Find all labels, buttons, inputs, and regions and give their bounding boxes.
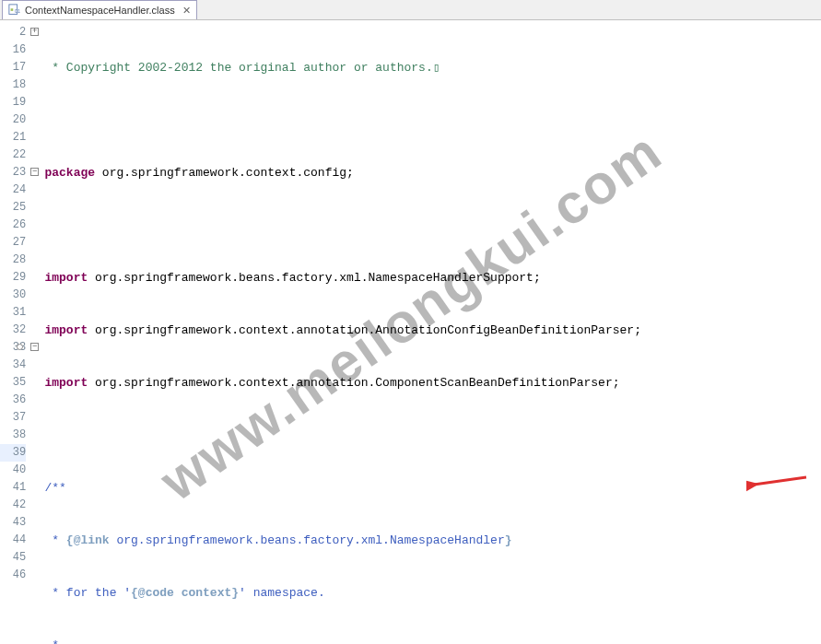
code-line: import org.springframework.beans.factory…	[44, 269, 821, 287]
line-number: 35	[0, 374, 26, 392]
line-number: 45	[0, 549, 26, 567]
code-line: /**	[44, 479, 821, 497]
line-number: 34	[0, 357, 26, 374]
close-icon[interactable]: ✕	[182, 5, 191, 17]
line-number: 27	[0, 234, 26, 252]
line-number: 26	[0, 217, 26, 234]
fold-collapse-icon[interactable]: −	[30, 343, 39, 351]
line-number: 23	[0, 164, 26, 181]
line-number: 18	[0, 76, 26, 94]
line-number: 30	[0, 287, 26, 304]
code-line	[44, 217, 821, 234]
line-number: 41	[0, 479, 26, 497]
code-line: package org.springframework.context.conf…	[44, 164, 821, 181]
line-number: 24	[0, 181, 26, 199]
line-number: 42	[0, 497, 26, 514]
line-number: 39	[0, 444, 26, 462]
line-number: 43	[0, 514, 26, 532]
line-number: 40	[0, 462, 26, 479]
code-line: * for the '{@code context}' namespace.	[44, 584, 821, 602]
line-number: 31	[0, 304, 26, 322]
code-line: import org.springframework.context.annot…	[44, 374, 821, 392]
code-line	[44, 111, 821, 129]
code-line	[44, 427, 821, 444]
editor-tab-active[interactable]: 01 ContextNamespaceHandler.class ✕	[2, 0, 197, 19]
line-number: 38	[0, 427, 26, 444]
fold-collapse-icon[interactable]: −	[30, 168, 39, 176]
line-number: 46	[0, 567, 26, 584]
line-number: 28	[0, 252, 26, 269]
class-file-icon: 01	[8, 4, 21, 17]
line-number-gutter: 2 16 17 18 19 20 21 22 23 24 25 26 27 28…	[0, 20, 29, 644]
line-number: 16	[0, 41, 26, 59]
tab-filename: ContextNamespaceHandler.class	[25, 5, 175, 16]
fold-gutter: + − −	[29, 20, 41, 644]
line-number: 20	[0, 111, 26, 129]
code-editor[interactable]: 2 16 17 18 19 20 21 22 23 24 25 26 27 28…	[0, 20, 821, 644]
code-content[interactable]: * Copyright 2002-2012 the original autho…	[41, 20, 821, 644]
line-number: 22	[0, 146, 26, 164]
line-number: 17	[0, 59, 26, 76]
code-line: * {@link org.springframework.beans.facto…	[44, 532, 821, 549]
svg-text:01: 01	[15, 8, 20, 14]
editor-tab-bar: 01 ContextNamespaceHandler.class ✕	[0, 0, 821, 20]
line-number: 37	[0, 409, 26, 427]
line-number: 36	[0, 392, 26, 409]
line-number: 29	[0, 269, 26, 287]
code-line: * Copyright 2002-2012 the original autho…	[44, 59, 821, 76]
line-number: 44	[0, 532, 26, 549]
line-number: 21	[0, 129, 26, 146]
svg-rect-1	[11, 8, 14, 11]
fold-expand-icon[interactable]: +	[30, 28, 39, 36]
code-line: *	[44, 637, 821, 644]
line-number: 25	[0, 199, 26, 217]
line-number: 19	[0, 94, 26, 111]
line-number: 2	[0, 24, 26, 41]
line-number: 32	[0, 322, 26, 339]
code-line: import org.springframework.context.annot…	[44, 322, 821, 339]
